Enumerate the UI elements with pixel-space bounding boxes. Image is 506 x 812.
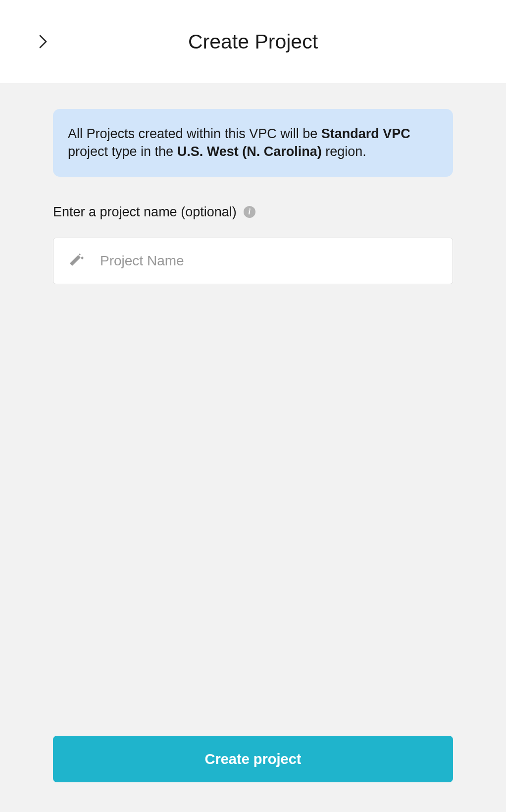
create-project-button[interactable]: Create project xyxy=(53,736,453,782)
info-icon[interactable]: i xyxy=(244,206,255,218)
content-spacer xyxy=(53,284,453,736)
info-banner-text: All Projects created within this VPC wil… xyxy=(68,125,438,161)
project-name-label: Enter a project name (optional) xyxy=(53,204,237,220)
magic-wand-icon[interactable] xyxy=(67,252,86,270)
back-button[interactable] xyxy=(37,36,49,48)
page-title: Create Project xyxy=(0,30,506,53)
chevron-right-icon xyxy=(39,34,48,49)
svg-rect-0 xyxy=(70,255,81,266)
info-banner: All Projects created within this VPC wil… xyxy=(53,109,453,177)
page-header: Create Project xyxy=(0,0,506,83)
page-content: All Projects created within this VPC wil… xyxy=(0,83,506,812)
project-name-input[interactable] xyxy=(100,253,439,269)
field-label-row: Enter a project name (optional) i xyxy=(53,204,453,220)
project-name-input-container xyxy=(53,238,453,284)
